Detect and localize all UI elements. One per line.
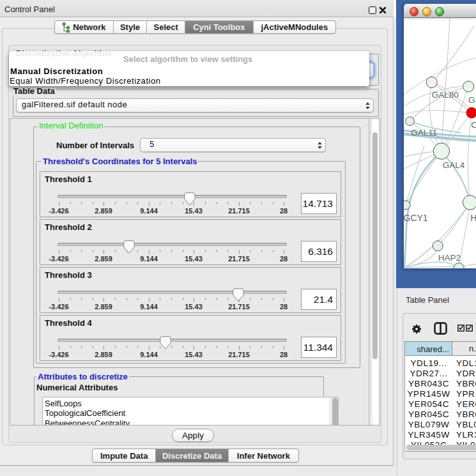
svg-text:C: C — [471, 120, 476, 130]
svg-text:GAL4: GAL4 — [443, 160, 465, 170]
svg-text:H: H — [470, 213, 476, 223]
svg-text:GCY1: GCY1 — [404, 213, 428, 223]
svg-text:GAL11: GAL11 — [411, 128, 437, 137]
svg-text:G.: G. — [468, 95, 476, 105]
svg-text:GAL80: GAL80 — [432, 90, 459, 100]
svg-text:HAP2: HAP2 — [438, 253, 461, 263]
